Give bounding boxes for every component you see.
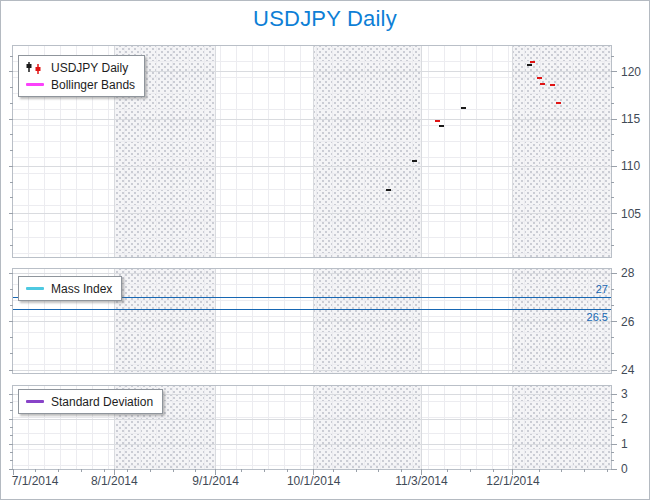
value-gridline (13, 419, 611, 420)
value-gridline (13, 213, 611, 214)
mass-index-legend: Mass Index (18, 276, 122, 301)
x-tick-label: 9/1/2014 (184, 474, 248, 488)
constant-line-label: 26.5 (587, 311, 608, 323)
chart-window: USDJPY Daily 2726.5 10511011512024262801… (0, 0, 650, 500)
month-gridline (512, 46, 513, 257)
legend-label: USDJPY Daily (51, 61, 128, 75)
std-dev-line-icon (24, 400, 46, 403)
y-tick-label: 24 (621, 363, 650, 377)
month-gridline (215, 46, 216, 257)
candlestick (537, 77, 542, 79)
candlestick (386, 189, 391, 191)
candlestick (435, 120, 440, 122)
month-band (513, 46, 611, 257)
legend-label: Standard Deviation (51, 395, 153, 409)
price-legend: USDJPY Daily Bollinger Bands (18, 55, 145, 97)
candlestick (556, 102, 561, 104)
legend-item-standard-deviation: Standard Deviation (24, 393, 153, 410)
y-tick-label: 115 (621, 112, 650, 126)
y-tick-label: 105 (621, 207, 650, 221)
month-gridline (512, 386, 513, 469)
candlestick (540, 83, 545, 85)
chart-title: USDJPY Daily (1, 6, 649, 32)
value-gridline (13, 166, 611, 167)
y-tick-label: 0 (621, 462, 650, 476)
month-gridline (313, 46, 314, 257)
candlestick (550, 84, 555, 86)
value-gridline (13, 273, 611, 274)
value-gridline (13, 370, 611, 371)
bollinger-line-icon (24, 83, 46, 86)
x-tick-label: 11/3/2014 (389, 474, 453, 488)
value-gridline (13, 119, 611, 120)
y-tick-label: 120 (621, 65, 650, 79)
legend-item-usdjpy-daily: USDJPY Daily (24, 59, 135, 76)
month-gridline (421, 46, 422, 257)
x-tick-label: 8/1/2014 (82, 474, 146, 488)
candlestick (530, 61, 535, 63)
month-gridline (313, 386, 314, 469)
candlestick (527, 64, 532, 66)
y-tick-label: 2 (621, 412, 650, 426)
month-band (314, 46, 422, 257)
candlestick (461, 107, 466, 109)
value-gridline (13, 321, 611, 322)
constant-line (13, 309, 611, 310)
y-tick-label: 26 (621, 315, 650, 329)
x-tick-label: 7/1/2014 (3, 474, 67, 488)
y-tick-label: 110 (621, 159, 650, 173)
legend-label: Bollinger Bands (51, 78, 135, 92)
candlestick (412, 160, 417, 162)
candlestick-icon (24, 61, 46, 75)
standard-deviation-legend: Standard Deviation (18, 389, 163, 414)
month-gridline (421, 386, 422, 469)
month-band (513, 386, 611, 469)
mass-index-line-icon (24, 287, 46, 290)
x-tick-label: 10/1/2014 (282, 474, 346, 488)
y-tick-label: 1 (621, 437, 650, 451)
candlestick (439, 125, 444, 127)
month-gridline (215, 386, 216, 469)
value-gridline (13, 444, 611, 445)
x-tick-label: 12/1/2014 (481, 474, 545, 488)
legend-label: Mass Index (51, 282, 112, 296)
month-band (314, 386, 422, 469)
y-tick-label: 3 (621, 387, 650, 401)
constant-line-label: 27 (596, 283, 608, 295)
y-tick-label: 28 (621, 266, 650, 280)
legend-item-mass-index: Mass Index (24, 280, 112, 297)
legend-item-bollinger-bands: Bollinger Bands (24, 76, 135, 93)
